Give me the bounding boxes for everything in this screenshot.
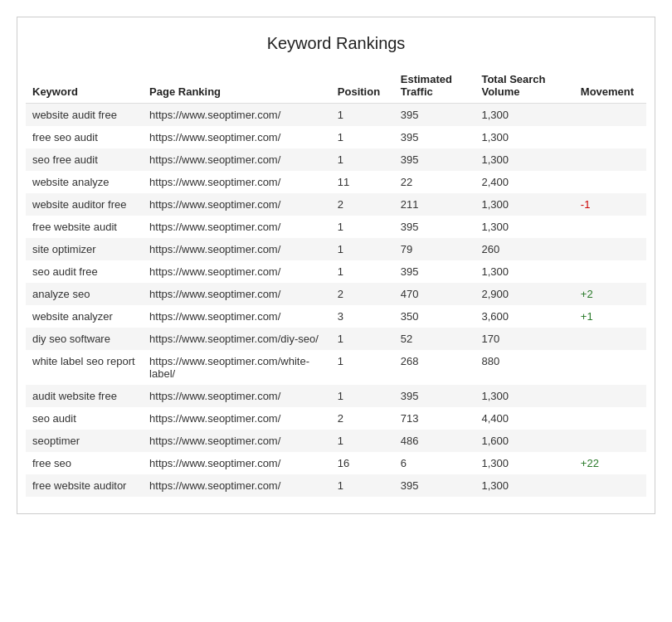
cell-page: https://www.seoptimer.com/ [143,238,331,260]
cell-search: 1,600 [475,430,573,452]
cell-page: https://www.seoptimer.com/diy-seo/ [143,328,331,350]
cell-page: https://www.seoptimer.com/ [143,385,331,407]
cell-page: https://www.seoptimer.com/ [143,260,331,283]
cell-page: https://www.seoptimer.com/white-label/ [143,350,331,385]
cell-search: 1,300 [475,126,573,148]
cell-keyword: white label seo report [26,350,143,385]
cell-traffic: 6 [394,452,475,474]
table-row: free seohttps://www.seoptimer.com/1661,3… [26,452,646,474]
cell-keyword: diy seo software [26,328,143,350]
table-row: seo free audithttps://www.seoptimer.com/… [26,148,646,171]
cell-page: https://www.seoptimer.com/ [143,407,331,430]
cell-search: 4,400 [475,407,573,430]
cell-keyword: seo audit free [26,260,143,283]
cell-movement: +2 [574,283,646,305]
cell-keyword: seoptimer [26,430,143,452]
table-row: audit website freehttps://www.seoptimer.… [26,385,646,407]
cell-search: 880 [475,350,573,385]
cell-keyword: website analyze [26,171,143,193]
cell-page: https://www.seoptimer.com/ [143,452,331,474]
cell-search: 1,300 [475,193,573,216]
cell-keyword: website auditor free [26,193,143,216]
cell-movement [574,126,646,148]
cell-search: 1,300 [475,104,573,127]
table-row: free seo audithttps://www.seoptimer.com/… [26,126,646,148]
cell-search: 170 [475,328,573,350]
cell-position: 3 [331,305,394,328]
cell-movement [574,350,646,385]
cell-search: 1,300 [475,260,573,283]
cell-page: https://www.seoptimer.com/ [143,305,331,328]
cell-position: 11 [331,171,394,193]
cell-keyword: free website audit [26,216,143,238]
table-row: seoptimerhttps://www.seoptimer.com/14861… [26,430,646,452]
cell-traffic: 211 [394,193,475,216]
cell-traffic: 713 [394,407,475,430]
col-header-keyword: Keyword [26,68,143,104]
cell-search: 1,300 [475,216,573,238]
cell-traffic: 79 [394,238,475,260]
cell-position: 1 [331,104,394,127]
cell-position: 16 [331,452,394,474]
cell-position: 1 [331,216,394,238]
cell-traffic: 395 [394,126,475,148]
cell-search: 260 [475,238,573,260]
cell-movement: +22 [574,452,646,474]
cell-traffic: 395 [394,260,475,283]
cell-position: 1 [331,350,394,385]
cell-keyword: seo audit [26,407,143,430]
cell-position: 2 [331,407,394,430]
cell-keyword: site optimizer [26,238,143,260]
cell-traffic: 395 [394,216,475,238]
cell-position: 1 [331,148,394,171]
cell-page: https://www.seoptimer.com/ [143,148,331,171]
cell-position: 1 [331,328,394,350]
table-row: seo audit freehttps://www.seoptimer.com/… [26,260,646,283]
cell-traffic: 486 [394,430,475,452]
cell-movement [574,171,646,193]
cell-page: https://www.seoptimer.com/ [143,104,331,127]
cell-traffic: 52 [394,328,475,350]
cell-movement [574,238,646,260]
cell-movement: -1 [574,193,646,216]
cell-keyword: free website auditor [26,474,143,497]
table-header-row: Keyword Page Ranking Position Estimated … [26,68,646,104]
col-header-movement: Movement [574,68,646,104]
cell-page: https://www.seoptimer.com/ [143,474,331,497]
cell-keyword: free seo [26,452,143,474]
cell-page: https://www.seoptimer.com/ [143,193,331,216]
cell-page: https://www.seoptimer.com/ [143,430,331,452]
cell-movement: +1 [574,305,646,328]
cell-position: 2 [331,283,394,305]
cell-movement [574,430,646,452]
table-row: website analyzerhttps://www.seoptimer.co… [26,305,646,328]
cell-search: 1,300 [475,452,573,474]
cell-page: https://www.seoptimer.com/ [143,126,331,148]
cell-search: 1,300 [475,474,573,497]
cell-movement [574,148,646,171]
cell-traffic: 22 [394,171,475,193]
cell-search: 1,300 [475,385,573,407]
cell-traffic: 395 [394,104,475,127]
cell-position: 1 [331,126,394,148]
col-header-position: Position [331,68,394,104]
cell-movement [574,474,646,497]
page-title: Keyword Rankings [26,34,646,53]
cell-page: https://www.seoptimer.com/ [143,216,331,238]
cell-search: 2,400 [475,171,573,193]
cell-position: 1 [331,238,394,260]
cell-position: 2 [331,193,394,216]
keyword-rankings-container: Keyword Rankings Keyword Page Ranking Po… [17,17,655,514]
cell-position: 1 [331,385,394,407]
col-header-traffic: Estimated Traffic [394,68,475,104]
cell-traffic: 395 [394,474,475,497]
table-row: site optimizerhttps://www.seoptimer.com/… [26,238,646,260]
table-row: analyze seohttps://www.seoptimer.com/247… [26,283,646,305]
table-row: free website auditorhttps://www.seoptime… [26,474,646,497]
cell-page: https://www.seoptimer.com/ [143,283,331,305]
rankings-table: Keyword Page Ranking Position Estimated … [26,68,646,497]
cell-search: 3,600 [475,305,573,328]
col-header-page: Page Ranking [143,68,331,104]
cell-movement [574,104,646,127]
cell-search: 2,900 [475,283,573,305]
